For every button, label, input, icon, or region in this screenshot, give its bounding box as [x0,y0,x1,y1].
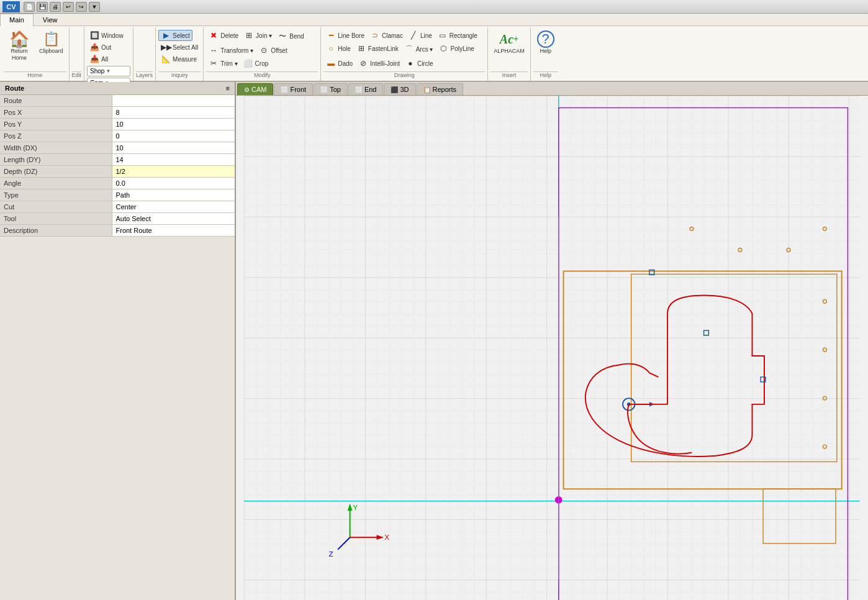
clamac-btn[interactable]: ⊃ Clamac [368,30,405,41]
transform-btn[interactable]: ↔ Transform ▾ [206,45,256,56]
trim-label: Trim ▾ [220,60,237,67]
ribbon-content: 🏠 ReturnHome 📋 Clipboard Home Edit 🔲 Win… [0,26,868,81]
arcs-label: Arcs ▾ [416,46,433,53]
out-label: Out [101,44,111,51]
hole-btn[interactable]: ○ Hole [323,43,353,54]
clamac-icon: ⊃ [370,31,380,40]
canvas-tab-3d[interactable]: ⬛3D [384,83,415,95]
window-btn[interactable]: 🔲 Window [87,30,126,41]
property-value-7: 0.0 [112,178,235,189]
help-btn[interactable]: ? Help [533,29,558,56]
property-label-5: Length (DY) [0,154,112,166]
canvas-tab-reports[interactable]: 📋Reports [417,83,464,95]
join-label: Join ▾ [256,32,272,39]
property-row-10: ToolAuto Select [0,213,235,225]
svg-rect-2 [244,96,860,600]
undo-icon[interactable]: ↩ [63,2,74,12]
delete-btn[interactable]: ✖ Delete [206,30,241,41]
tab-icon-end: ⬜ [355,86,363,93]
transform-icon: ↔ [209,46,219,55]
property-value-2: 10 [112,119,235,130]
dado-btn[interactable]: ▬ Dado [323,58,355,69]
tab-label-3d: 3D [400,86,409,93]
title-bar: CV 📄 💾 🖨 ↩ ↪ ▼ [0,0,868,14]
property-value-9: Center [112,201,235,213]
return-home-btn[interactable]: 🏠 ReturnHome [4,29,35,63]
drawing-group-label: Drawing [323,71,485,80]
alphacam-icon: Ac+ [500,30,518,48]
trim-icon: ✂ [209,59,219,68]
ribbon-group-edit: Edit [70,27,85,81]
line-bore-icon: ━ [326,31,336,40]
circle-btn[interactable]: ● Circle [403,58,436,69]
out-btn[interactable]: 📤 Out [87,42,114,53]
property-value-6[interactable]: 1/2 [112,166,235,178]
ribbon-group-layers: Layers [133,27,156,81]
crop-btn[interactable]: ⬜ Crop [241,58,271,69]
all-btn[interactable]: 📥 All [87,53,111,65]
ribbon: Main View 🏠 ReturnHome 📋 Clipboard Home … [0,14,868,82]
property-value-3: 0 [112,130,235,142]
alphacam-label: ALPHACAM [494,48,525,54]
shop-arrow-icon: ▼ [106,68,111,74]
tab-label-front: Front [290,86,306,93]
select-all-label: Select All [173,44,198,51]
clipboard-label: Clipboard [39,48,63,54]
fastenlink-label: FastenLink [368,45,399,52]
dropdown-arrow-icon[interactable]: ▼ [89,2,100,12]
canvas-tab-end[interactable]: ⬜End [348,83,384,95]
property-value-10: Auto Select [112,213,235,225]
canvas-tab-front[interactable]: ⬜Front [274,83,313,95]
ribbon-group-modify: ✖ Delete ⊞ Join ▾ 〜 Bend ↔ Transform ▾ ⊙ [204,27,321,81]
home-group-label: Home [4,71,66,80]
canvas-tab-cam[interactable]: ⚙CAM [237,83,273,95]
print-icon[interactable]: 🖨 [50,2,61,12]
line-bore-btn[interactable]: ━ Line Bore [323,30,367,41]
polyline-btn[interactable]: ⬡ PolyLine [436,43,476,54]
property-label-9: Cut [0,201,112,213]
drawing-svg: Y X Z [236,96,868,600]
join-btn[interactable]: ⊞ Join ▾ [242,30,274,41]
arcs-btn[interactable]: ⌒ Arcs ▾ [402,43,436,56]
property-label-2: Pos Y [0,119,112,130]
hole-label: Hole [338,45,351,52]
tab-icon-cam: ⚙ [244,86,250,93]
tab-main[interactable]: Main [0,14,34,26]
tab-icon-top: ⬜ [320,86,328,93]
save-icon[interactable]: 💾 [37,2,48,12]
trim-btn[interactable]: ✂ Trim ▾ [206,58,240,69]
shop-dropdown[interactable]: Shop ▼ [87,66,130,76]
select-btn[interactable]: ▶ Select [158,30,192,41]
new-icon[interactable]: 📄 [24,2,35,12]
canvas-tab-top[interactable]: ⬜Top [314,83,348,95]
tab-view[interactable]: View [34,14,67,25]
offset-label: Offset [271,47,287,54]
property-value-5: 14 [112,154,235,166]
line-btn[interactable]: ╱ Line [406,30,435,41]
shop-label: Shop [90,68,104,75]
left-panel: Route ≡ RoutePos X8Pos Y10Pos Z0Width (D… [0,82,236,600]
panel-menu-icon[interactable]: ≡ [226,84,230,92]
tab-label-reports: Reports [433,86,457,93]
help-icon: ? [537,30,554,48]
property-row-9: CutCenter [0,201,235,213]
canvas-viewport[interactable]: Y X Z [236,96,868,600]
property-value-11: Front Route [112,225,235,237]
fastenlink-btn[interactable]: ⊞ FastenLink [354,43,401,54]
bend-btn[interactable]: 〜 Bend [275,30,306,43]
redo-icon[interactable]: ↪ [76,2,87,12]
crop-label: Crop [255,60,269,67]
offset-icon: ⊙ [259,46,269,55]
crop-icon: ⬜ [243,59,253,68]
ribbon-group-home: 🏠 ReturnHome 📋 Clipboard Home [1,27,70,81]
intelli-joint-btn[interactable]: ⊘ Intelli-Joint [356,58,402,69]
rectangle-btn[interactable]: ▭ Rectangle [435,30,480,41]
select-all-btn[interactable]: ▶▶ Select All [158,42,201,53]
clipboard-btn[interactable]: 📋 Clipboard [36,29,66,56]
offset-btn[interactable]: ⊙ Offset [256,45,290,56]
polyline-icon: ⬡ [438,44,448,53]
out-icon: 📤 [89,43,99,52]
property-label-0: Route [0,95,112,107]
alphacam-btn[interactable]: Ac+ ALPHACAM [491,29,528,56]
measure-btn[interactable]: 📐 Measure [158,53,199,65]
